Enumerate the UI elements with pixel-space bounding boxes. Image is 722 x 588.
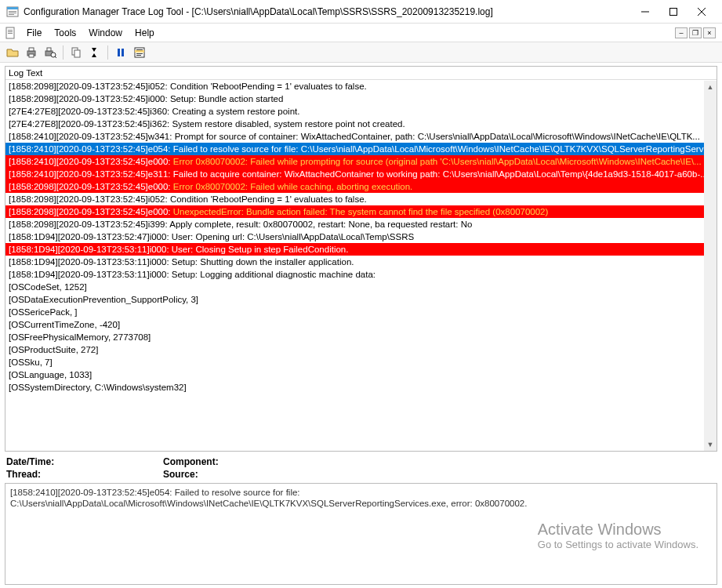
log-line[interactable]: [OSSystemDirectory, C:\Windows\system32] <box>5 381 717 394</box>
log-line[interactable]: [OSCodeSet, 1252] <box>5 281 717 293</box>
thread-label: Thread: <box>6 469 41 480</box>
menu-bar: File Tools Window Help – ❐ × <box>0 24 722 42</box>
svg-rect-17 <box>47 48 51 51</box>
title-bar: Configuration Manager Trace Log Tool - [… <box>0 0 722 24</box>
svg-rect-22 <box>118 49 120 56</box>
source-label: Source: <box>163 469 198 480</box>
svg-rect-21 <box>74 50 80 57</box>
close-button[interactable] <box>688 2 716 21</box>
mdi-restore[interactable]: ❐ <box>689 27 702 38</box>
svg-rect-27 <box>136 53 143 54</box>
scroll-down-button[interactable]: ▼ <box>704 438 717 451</box>
log-line[interactable]: [OSFreePhysicalMemory, 2773708] <box>5 331 717 343</box>
log-container: Log Text [1858:2098][2020-09-13T23:52:45… <box>5 66 717 452</box>
log-line[interactable]: [1858:1D94][2020-09-13T23:53:11]i000: Us… <box>5 243 717 256</box>
log-line[interactable]: [1858:2410][2020-09-13T23:52:45]e311: Fa… <box>5 168 717 180</box>
log-line[interactable]: [1858:2098][2020-09-13T23:52:45]i052: Co… <box>5 80 717 93</box>
mdi-close[interactable]: × <box>703 27 716 38</box>
log-line[interactable]: [27E4:27E8][2020-09-13T23:52:45]i362: Sy… <box>5 118 717 130</box>
log-line[interactable]: [1858:2410][2020-09-13T23:52:45]w341: Pr… <box>5 130 717 143</box>
log-line[interactable]: [1858:2410][2020-09-13T23:52:45]e054: Fa… <box>5 143 717 155</box>
svg-rect-6 <box>670 8 677 15</box>
details-meta: Date/Time: Thread: Component: Source: <box>5 453 717 483</box>
log-line[interactable]: [1858:1D94][2020-09-13T23:53:11]i000: Se… <box>5 256 717 268</box>
svg-rect-11 <box>8 31 13 32</box>
log-line[interactable]: [OSSku, 7] <box>5 356 717 368</box>
details-panel: Date/Time: Thread: Component: Source: [1… <box>5 453 717 585</box>
log-line[interactable]: [1858:1D94][2020-09-13T23:52:47]i000: Us… <box>5 230 717 243</box>
scroll-up-button[interactable]: ▲ <box>704 81 717 93</box>
mdi-controls: – ❐ × <box>675 27 719 38</box>
datetime-label: Date/Time: <box>6 456 54 467</box>
log-line[interactable]: [OSDataExecutionPrevention_SupportPolicy… <box>5 293 717 306</box>
print-button[interactable] <box>24 45 39 60</box>
open-button[interactable] <box>5 45 20 60</box>
menu-tools[interactable]: Tools <box>48 26 82 40</box>
svg-rect-2 <box>9 11 16 12</box>
svg-rect-12 <box>8 33 13 34</box>
svg-line-19 <box>55 56 56 58</box>
svg-rect-1 <box>7 7 18 9</box>
svg-rect-26 <box>136 49 143 50</box>
pause-button[interactable] <box>113 45 129 60</box>
log-line[interactable]: [1858:2098][2020-09-13T23:52:45]i399: Ap… <box>5 218 717 230</box>
menu-file[interactable]: File <box>20 26 48 40</box>
svg-rect-4 <box>9 14 14 15</box>
menu-help[interactable]: Help <box>129 26 161 40</box>
svg-rect-28 <box>136 55 141 56</box>
print-preview-button[interactable] <box>42 45 58 60</box>
log-line[interactable]: [OSCurrentTimeZone, -420] <box>5 318 717 331</box>
document-icon <box>5 27 17 39</box>
details-text[interactable]: [1858:2410][2020-09-13T23:52:45]e054: Fa… <box>5 483 717 585</box>
mdi-minimize[interactable]: – <box>675 27 688 38</box>
log-body[interactable]: [1858:2098][2020-09-13T23:52:45]i052: Co… <box>5 80 717 451</box>
svg-rect-23 <box>122 49 124 56</box>
toolbar <box>0 42 722 63</box>
highlight-button[interactable] <box>132 45 147 60</box>
svg-rect-25 <box>135 50 144 53</box>
svg-rect-3 <box>9 13 16 13</box>
log-line[interactable]: [27E4:27E8][2020-09-13T23:52:45]i360: Cr… <box>5 105 717 118</box>
window-controls <box>631 2 716 21</box>
log-line[interactable]: [OSLanguage, 1033] <box>5 368 717 381</box>
menu-window[interactable]: Window <box>82 26 129 40</box>
minimize-button[interactable] <box>631 2 659 21</box>
maximize-button[interactable] <box>659 2 688 21</box>
svg-rect-14 <box>29 48 34 51</box>
window-title: Configuration Manager Trace Log Tool - [… <box>24 6 631 17</box>
log-line[interactable]: [OSSericePack, ] <box>5 306 717 318</box>
log-line[interactable]: [1858:2410][2020-09-13T23:52:45]e000: Er… <box>5 155 717 168</box>
component-label: Component: <box>163 456 219 467</box>
toolbar-separator <box>63 45 63 60</box>
log-line[interactable]: [1858:2098][2020-09-13T23:52:45]i052: Co… <box>5 193 717 205</box>
vertical-scrollbar[interactable]: ▲ ▼ <box>704 81 717 451</box>
log-line[interactable]: [1858:1D94][2020-09-13T23:53:11]i000: Se… <box>5 268 717 281</box>
app-icon <box>6 5 19 18</box>
log-line[interactable]: [1858:2098][2020-09-13T23:52:45]e000: Er… <box>5 180 717 193</box>
log-line[interactable]: [OSProductSuite, 272] <box>5 343 717 356</box>
toolbar-separator <box>107 45 108 60</box>
find-button[interactable] <box>87 45 103 60</box>
svg-rect-10 <box>8 30 13 31</box>
log-line[interactable]: [1858:2098][2020-09-13T23:52:45]e000: Un… <box>5 205 717 218</box>
log-line[interactable]: [1858:2098][2020-09-13T23:52:45]i000: Se… <box>5 93 717 105</box>
log-column-header[interactable]: Log Text <box>5 67 717 80</box>
svg-rect-15 <box>29 54 34 57</box>
copy-button[interactable] <box>68 45 84 60</box>
